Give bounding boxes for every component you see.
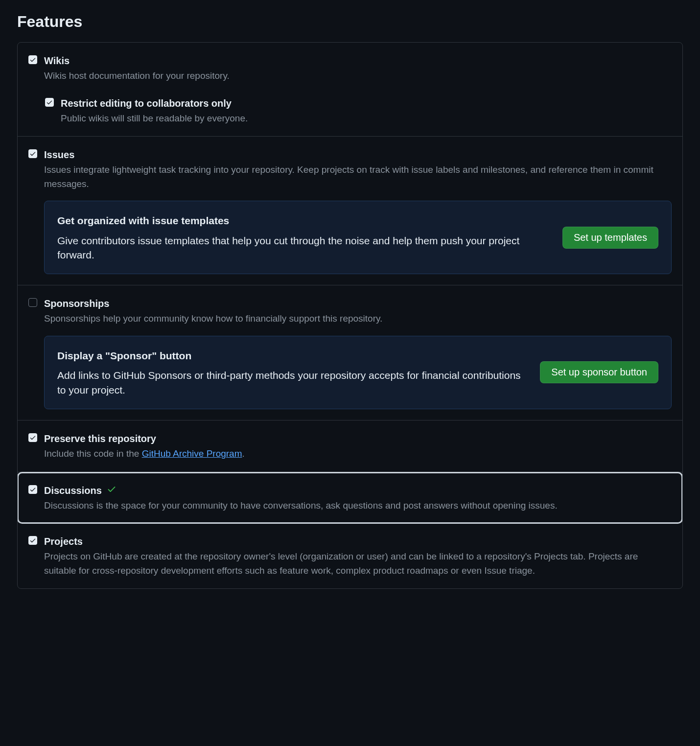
sponsor-callout-title: Display a "Sponsor" button — [57, 348, 525, 364]
sponsor-callout-desc: Add links to GitHub Sponsors or third-pa… — [57, 368, 525, 397]
feature-projects: Projects Projects on GitHub are created … — [18, 523, 682, 588]
projects-checkbox[interactable] — [28, 536, 37, 545]
wikis-restrict-checkbox[interactable] — [45, 98, 54, 107]
archive-program-link[interactable]: GitHub Archive Program — [142, 448, 242, 459]
preserve-desc-post: . — [242, 448, 245, 459]
sponsorships-checkbox[interactable] — [28, 298, 37, 307]
issues-templates-callout: Get organized with issue templates Give … — [44, 201, 672, 274]
discussions-title-row: Discussions — [44, 483, 672, 498]
setup-sponsor-button[interactable]: Set up sponsor button — [540, 361, 658, 383]
wikis-restrict-desc: Public wikis will still be readable by e… — [61, 112, 672, 126]
issues-callout-title: Get organized with issue templates — [57, 213, 548, 229]
check-icon — [29, 486, 36, 493]
discussions-checkbox[interactable] — [28, 485, 37, 494]
page-heading: Features — [17, 10, 683, 33]
issues-checkbox[interactable] — [28, 149, 37, 158]
check-icon — [29, 537, 36, 544]
issues-desc: Issues integrate lightweight task tracki… — [44, 163, 672, 191]
discussions-title: Discussions — [44, 483, 102, 498]
feature-issues: Issues Issues integrate lightweight task… — [18, 137, 682, 285]
preserve-desc: Include this code in the GitHub Archive … — [44, 447, 672, 461]
wikis-checkbox[interactable] — [28, 55, 37, 64]
projects-desc: Projects on GitHub are created at the re… — [44, 550, 672, 578]
feature-wikis: Wikis Wikis host documentation for your … — [18, 43, 682, 137]
issues-title: Issues — [44, 147, 672, 162]
success-check-icon — [107, 483, 117, 498]
preserve-desc-pre: Include this code in the — [44, 448, 142, 459]
check-icon — [46, 99, 53, 106]
features-container: Wikis Wikis host documentation for your … — [17, 42, 683, 589]
sponsor-callout: Display a "Sponsor" button Add links to … — [44, 336, 672, 409]
wikis-title: Wikis — [44, 53, 672, 68]
check-icon — [29, 150, 36, 157]
projects-title: Projects — [44, 534, 672, 549]
wikis-desc: Wikis host documentation for your reposi… — [44, 69, 672, 83]
setup-templates-button[interactable]: Set up templates — [562, 227, 658, 249]
preserve-checkbox[interactable] — [28, 433, 37, 442]
issues-callout-desc: Give contributors issue templates that h… — [57, 233, 548, 262]
check-icon — [29, 56, 36, 63]
feature-sponsorships: Sponsorships Sponsorships help your comm… — [18, 285, 682, 420]
feature-preserve: Preserve this repository Include this co… — [18, 420, 682, 472]
wikis-restrict-title: Restrict editing to collaborators only — [61, 96, 672, 111]
preserve-title: Preserve this repository — [44, 431, 672, 446]
discussions-desc: Discussions is the space for your commun… — [44, 499, 672, 513]
check-icon — [29, 434, 36, 441]
sponsorships-desc: Sponsorships help your community know ho… — [44, 312, 672, 326]
sponsorships-title: Sponsorships — [44, 296, 672, 311]
feature-discussions: Discussions Discussions is the space for… — [17, 472, 683, 524]
